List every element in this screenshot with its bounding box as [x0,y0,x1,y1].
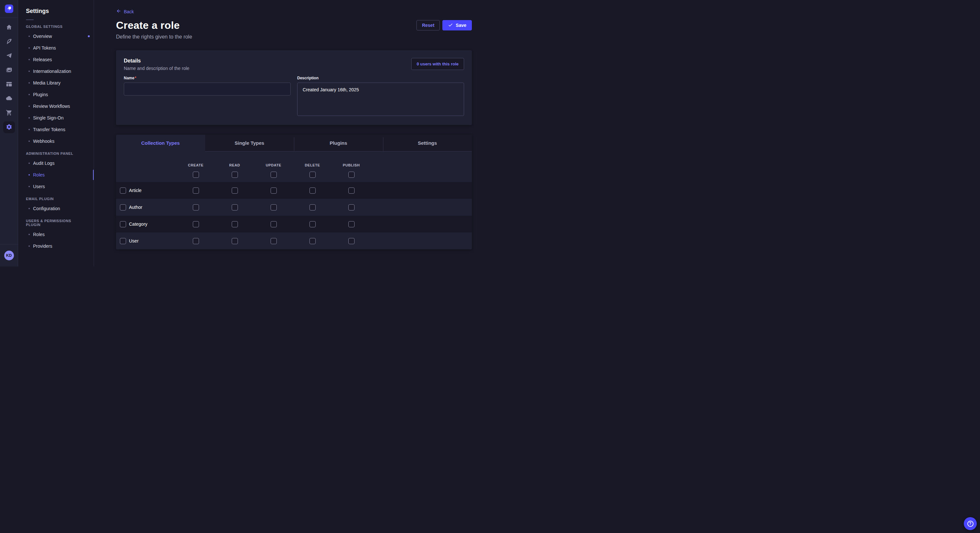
reset-button[interactable]: Reset [417,20,440,30]
column-header-delete: DELETE [293,152,332,182]
category-publish-checkbox[interactable] [348,221,355,227]
select-all-create-checkbox[interactable] [193,171,199,178]
bullet-dot [29,106,30,107]
author-create-checkbox[interactable] [193,204,199,211]
subnav-item-overview[interactable]: Overview [18,30,94,42]
select-row-author-checkbox[interactable] [120,204,126,211]
user-delete-checkbox[interactable] [310,238,316,244]
category-update-checkbox[interactable] [270,221,277,227]
save-label: Save [456,23,466,28]
subnav-section-label: EMAIL PLUGIN [26,197,86,201]
row-name-cell: User [116,238,176,244]
subnav-section-label: USERS & PERMISSIONS PLUGIN [26,219,86,227]
user-read-checkbox[interactable] [232,238,238,244]
nav-releases-button[interactable] [3,50,15,62]
row-name-cell: Article [116,187,176,194]
article-create-checkbox[interactable] [193,187,199,194]
back-arrow-icon [116,8,121,14]
notification-dot [88,35,90,37]
subnav-item-label: Roles [33,172,45,178]
select-all-read-checkbox[interactable] [232,171,238,178]
details-card: Details Name and description of the role… [116,50,472,125]
permission-cell [215,221,254,227]
avatar[interactable]: KD [4,251,14,260]
nav-deploy-button[interactable] [3,93,15,105]
nav-content-button[interactable] [3,36,15,48]
paper-plane-icon [6,52,12,60]
subnav-item-releases[interactable]: Releases [18,54,94,65]
nav-home-button[interactable] [3,22,15,33]
nav-content-type-builder-button[interactable] [3,79,15,90]
permission-cell [215,187,254,194]
author-publish-checkbox[interactable] [348,204,355,211]
article-read-checkbox[interactable] [232,187,238,194]
row-label: Article [129,188,142,193]
category-create-checkbox[interactable] [193,221,199,227]
main-content: Back Create a role Define the rights giv… [94,0,490,266]
subnav-item-label: Roles [33,232,45,237]
users-with-role-button[interactable]: 0 users with this role [411,58,464,70]
subnav-item-transfer-tokens[interactable]: Transfer Tokens [18,124,94,135]
subnav-item-label: Review Workflows [33,104,70,109]
select-all-delete-checkbox[interactable] [310,171,316,178]
article-update-checkbox[interactable] [270,187,277,194]
back-link[interactable]: Back [116,8,134,14]
author-read-checkbox[interactable] [232,204,238,211]
nav-settings-button[interactable] [3,121,15,133]
permission-cell [254,204,293,211]
user-publish-checkbox[interactable] [348,238,355,244]
name-input[interactable] [124,82,291,95]
select-all-update-checkbox[interactable] [270,171,277,178]
subnav-item-roles[interactable]: Roles [18,169,94,181]
article-delete-checkbox[interactable] [310,187,316,194]
subnav-item-users[interactable]: Users [18,181,94,192]
select-row-category-checkbox[interactable] [120,221,126,227]
tab-single-types[interactable]: Single Types [205,135,294,152]
permission-cell [332,187,371,194]
subnav-item-single-sign-on[interactable]: Single Sign-On [18,112,94,124]
tab-collection-types[interactable]: Collection Types [116,135,205,152]
subnav-item-review-workflows[interactable]: Review Workflows [18,100,94,112]
tab-plugins[interactable]: Plugins [294,135,383,152]
subnav-item-media-library[interactable]: Media Library [18,77,94,89]
settings-subnav: Settings GLOBAL SETTINGSOverviewAPI Toke… [18,0,94,266]
user-update-checkbox[interactable] [270,238,277,244]
select-row-article-checkbox[interactable] [120,187,126,194]
subnav-item-label: Single Sign-On [33,115,64,121]
tab-settings[interactable]: Settings [383,135,472,152]
save-button[interactable]: Save [442,20,472,30]
user-create-checkbox[interactable] [193,238,199,244]
nav-marketplace-button[interactable] [3,107,15,119]
subnav-item-audit-logs[interactable]: Audit Logs [18,157,94,169]
strapi-logo-button[interactable] [5,5,13,13]
category-read-checkbox[interactable] [232,221,238,227]
author-update-checkbox[interactable] [270,204,277,211]
select-row-user-checkbox[interactable] [120,238,126,244]
permissions-tabs: Collection TypesSingle TypesPluginsSetti… [116,135,472,152]
subnav-item-configuration[interactable]: Configuration [18,203,94,214]
permissions-table-header: CREATEREADUPDATEDELETEPUBLISH [116,152,472,182]
permission-cell [215,204,254,211]
subnav-item-internationalization[interactable]: Internationalization [18,65,94,77]
subnav-sections: GLOBAL SETTINGSOverviewAPI TokensRelease… [18,25,94,252]
article-publish-checkbox[interactable] [348,187,355,194]
permissions-panel: Collection TypesSingle TypesPluginsSetti… [116,135,472,249]
column-header-publish: PUBLISH [332,152,371,182]
row-name-cell: Category [116,221,176,227]
strapi-logo-icon [6,5,12,13]
subnav-item-roles[interactable]: Roles [18,228,94,240]
description-textarea[interactable]: Created January 16th, 2025 [297,82,464,116]
subnav-item-label: API Tokens [33,45,56,51]
nav-media-library-button[interactable] [3,65,15,76]
subnav-item-providers[interactable]: Providers [18,240,94,252]
permission-row-article: Article [116,182,472,199]
subnav-item-webhooks[interactable]: Webhooks [18,135,94,147]
category-delete-checkbox[interactable] [310,221,316,227]
bullet-dot [29,234,30,235]
subnav-item-api-tokens[interactable]: API Tokens [18,42,94,54]
select-all-publish-checkbox[interactable] [348,171,355,178]
subnav-section-label: GLOBAL SETTINGS [26,25,86,29]
author-delete-checkbox[interactable] [310,204,316,211]
header-actions: Reset Save [417,20,472,30]
subnav-item-plugins[interactable]: Plugins [18,89,94,100]
